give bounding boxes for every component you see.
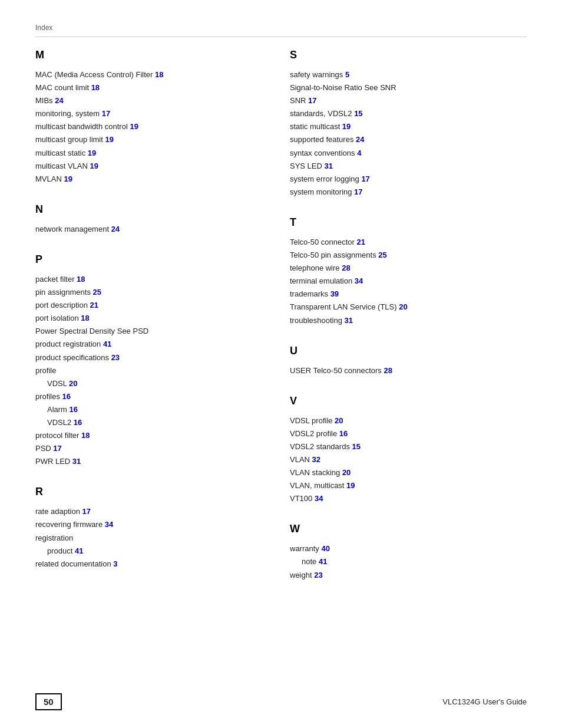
entry-page-num[interactable]: 24 [356,135,364,144]
entry-page-num[interactable]: 3 [113,559,117,568]
index-section-m: MMAC (Media Access Control) Filter 18MAC… [35,49,272,186]
entry-page-num[interactable]: 19 [90,162,98,170]
entry-page-num[interactable]: 24 [111,225,120,233]
entry-page-num[interactable]: 20 [69,379,77,388]
entry-page-num[interactable]: 34 [315,494,323,503]
entry-page-num[interactable]: 19 [64,174,72,183]
entry-page-num[interactable]: 19 [342,122,351,131]
list-item: Alarm 16 [35,403,272,416]
entry-page-num[interactable]: 25 [93,288,101,297]
list-item: standards, VDSL2 15 [290,107,527,120]
entry-page-num[interactable]: 5 [345,70,349,79]
entry-text: multicast static [35,149,88,157]
footer: 50 VLC1324G User's Guide [0,693,562,710]
entry-text: VDSL [47,379,69,388]
list-item: product registration 41 [35,338,272,351]
entry-page-num[interactable]: 17 [361,174,369,183]
entry-text: VDSL2 profile [290,429,339,438]
entry-text: weight [290,571,314,579]
entry-page-num[interactable]: 20 [342,468,351,477]
entry-text: static multicast [290,122,342,131]
entry-page-num[interactable]: 16 [70,405,78,414]
entry-page-num[interactable]: 17 [308,96,316,105]
entry-page-num[interactable]: 18 [91,83,100,92]
list-item: MVLAN 19 [35,173,272,186]
list-item: pin assignments 25 [35,286,272,299]
entry-text: system monitoring [290,187,354,196]
list-item: related documentation 3 [35,558,272,571]
list-item: product 41 [35,545,272,558]
list-item: product specifications 23 [35,351,272,364]
entry-page-num[interactable]: 39 [330,289,339,298]
entry-page-num[interactable]: 32 [312,455,320,464]
entry-page-num[interactable]: 17 [102,109,110,118]
entry-page-num[interactable]: 16 [339,429,348,438]
entry-page-num[interactable]: 21 [90,301,98,309]
list-item: multicast bandwidth control 19 [35,120,272,133]
entry-page-num[interactable]: 31 [325,162,333,170]
entry-text: standards, VDSL2 [290,109,354,118]
entry-page-num[interactable]: 20 [335,416,343,425]
entry-text: USER Telco-50 connectors [290,366,384,375]
section-letter: P [35,253,272,266]
entry-page-num[interactable]: 15 [352,442,361,451]
entry-text: SYS LED [290,162,325,170]
entry-text: monitoring, system [35,109,102,118]
entry-page-num[interactable]: 34 [105,520,113,529]
entry-text: product [47,546,75,555]
entry-text: profiles [35,392,62,401]
entry-text: rate adaption [35,507,82,516]
entry-text: pin assignments [35,288,93,297]
entry-page-num[interactable]: 17 [82,507,91,516]
list-item: troubleshooting 31 [290,314,527,327]
entry-page-num[interactable]: 19 [346,481,355,490]
entry-page-num[interactable]: 17 [354,187,362,196]
entry-page-num[interactable]: 19 [88,149,96,157]
left-column: MMAC (Media Access Control) Filter 18MAC… [35,49,290,599]
entry-page-num[interactable]: 28 [342,263,350,272]
entry-text: VLAN stacking [290,468,342,477]
entry-page-num[interactable]: 18 [81,314,89,322]
list-item: note 41 [290,555,527,568]
entry-page-num[interactable]: 25 [378,251,386,259]
list-item: network management 24 [35,223,272,236]
entry-page-num[interactable]: 20 [399,302,407,311]
entry-page-num[interactable]: 16 [62,392,71,401]
entry-page-num[interactable]: 31 [72,457,81,466]
entry-page-num[interactable]: 4 [357,149,361,157]
entry-text: VDSL2 standards [290,442,352,451]
entry-page-num[interactable]: 23 [111,353,120,362]
entry-page-num[interactable]: 15 [354,109,362,118]
entry-page-num[interactable]: 17 [53,444,61,453]
entry-page-num[interactable]: 41 [103,340,111,348]
entry-text: MIBs [35,96,55,105]
section-letter: M [35,49,272,61]
entry-page-num[interactable]: 24 [55,96,63,105]
section-letter: V [290,395,527,407]
entry-page-num[interactable]: 31 [345,316,353,325]
entry-page-num[interactable]: 19 [130,122,138,131]
list-item: VLAN 32 [290,453,527,466]
entry-page-num[interactable]: 28 [384,366,392,375]
list-item: multicast VLAN 19 [35,160,272,173]
entry-page-num[interactable]: 41 [75,546,83,555]
list-item: VDSL2 standards 15 [290,440,527,453]
index-columns: MMAC (Media Access Control) Filter 18MAC… [35,49,527,599]
list-item: VDSL2 16 [35,416,272,429]
entry-page-num[interactable]: 16 [74,418,82,427]
entry-page-num[interactable]: 19 [105,135,113,144]
entry-page-num[interactable]: 18 [81,431,90,440]
entry-page-num[interactable]: 23 [314,571,322,579]
index-section-t: TTelco-50 connector 21Telco-50 pin assig… [290,216,527,327]
entry-page-num[interactable]: 34 [355,276,363,285]
entry-page-num[interactable]: 18 [155,70,163,79]
entry-text: VDSL profile [290,416,335,425]
right-column: Ssafety warnings 5Signal-to-Noise Ratio … [290,49,527,599]
entry-text: SNR [290,96,308,105]
entry-page-num[interactable]: 40 [321,544,329,553]
entry-page-num[interactable]: 41 [319,557,327,566]
entry-page-num[interactable]: 21 [356,238,365,246]
entry-page-num[interactable]: 18 [77,275,85,284]
list-item: supported features 24 [290,133,527,146]
entry-text: trademarks [290,289,330,298]
